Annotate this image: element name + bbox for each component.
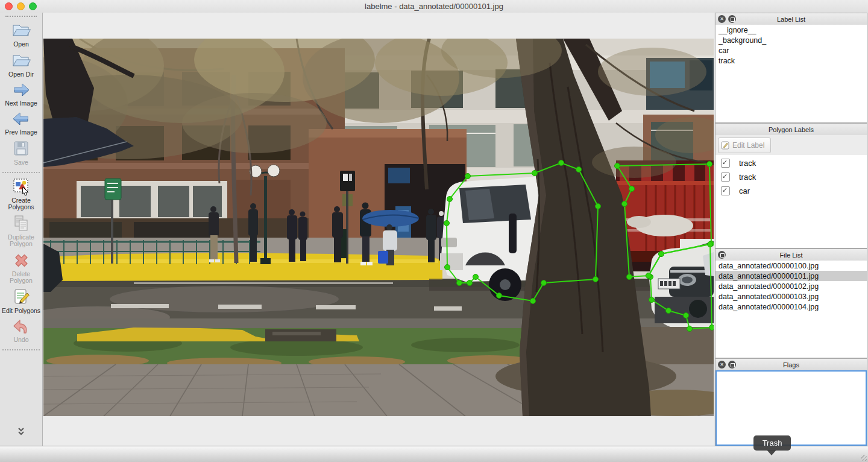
- edit-polygons-button[interactable]: Edit Polygons: [0, 287, 42, 314]
- annotation-vertex[interactable]: [709, 325, 714, 331]
- prev-image-button[interactable]: Prev Image: [0, 110, 42, 136]
- file-list: data_annotated/00000100.jpg data_annotat…: [715, 261, 867, 358]
- label-list-header: Label List: [715, 13, 867, 25]
- annotation-vertex[interactable]: [615, 163, 620, 169]
- label-list-title: Label List: [715, 16, 867, 23]
- status-bar: [0, 446, 868, 462]
- annotation-vertex[interactable]: [447, 197, 453, 202]
- annotation-vertex[interactable]: [576, 167, 582, 172]
- street-photo-scene: 21: [43, 39, 714, 416]
- annotation-vertex[interactable]: [707, 162, 712, 167]
- annotation-vertex[interactable]: [530, 299, 536, 304]
- checkbox-icon[interactable]: [721, 186, 730, 195]
- duplicate-polygon-button[interactable]: Duplicate Polygon: [0, 214, 42, 247]
- annotated-image[interactable]: 21: [43, 39, 714, 416]
- annotation-vertex[interactable]: [627, 274, 632, 280]
- file-list-item-selected[interactable]: data_annotated/00000101.jpg: [715, 271, 867, 281]
- resize-grip-icon[interactable]: [861, 455, 867, 461]
- file-list-panel: File List data_annotated/00000100.jpg da…: [715, 248, 867, 358]
- toolbar-separator: [2, 349, 40, 350]
- annotation-vertex[interactable]: [445, 265, 450, 270]
- dock-tooltip: Trash: [753, 435, 791, 451]
- annotation-vertex[interactable]: [708, 242, 713, 247]
- annotation-vertex[interactable]: [444, 221, 450, 226]
- undo-button[interactable]: Undo: [0, 317, 42, 343]
- file-list-item[interactable]: data_annotated/00000104.jpg: [715, 302, 867, 312]
- annotation-vertex[interactable]: [666, 308, 671, 314]
- save-label: Save: [1, 159, 41, 166]
- dock-panels: Label List __ignore__ _background_ car t…: [714, 13, 868, 446]
- window-titlebar: labelme - data_annotated/00000101.jpg: [0, 0, 868, 13]
- toolbar-overflow-button[interactable]: [16, 427, 27, 439]
- float-panel-icon[interactable]: [728, 15, 736, 23]
- next-image-arrow-icon: [11, 81, 31, 99]
- delete-polygon-button[interactable]: Delete Polygon: [0, 250, 42, 284]
- annotation-vertex[interactable]: [465, 174, 471, 179]
- annotation-vertex[interactable]: [532, 171, 538, 176]
- edit-polygons-label: Edit Polygons: [1, 308, 41, 314]
- save-button[interactable]: Save: [0, 139, 42, 166]
- open-label: Open: [1, 41, 41, 48]
- annotation-vertex[interactable]: [593, 277, 599, 282]
- labelme-window: labelme - data_annotated/00000101.jpg Op…: [0, 0, 868, 462]
- toolbar-separator: [2, 172, 40, 173]
- label-list-item[interactable]: __ignore__: [715, 25, 867, 35]
- create-polygons-icon: [11, 177, 31, 196]
- annotation-vertex[interactable]: [596, 204, 601, 209]
- annotation-vertex[interactable]: [646, 273, 652, 279]
- annotation-vertex[interactable]: [559, 160, 564, 166]
- checkbox-icon[interactable]: [721, 159, 730, 168]
- toolbar-drag-handle[interactable]: [5, 16, 37, 17]
- create-polygons-button[interactable]: Create Polygons: [0, 177, 42, 210]
- annotation-vertex[interactable]: [473, 274, 479, 280]
- open-dir-button[interactable]: Open Dir: [0, 51, 42, 78]
- delete-polygon-icon: [11, 250, 31, 270]
- annotation-vertex[interactable]: [659, 252, 664, 257]
- open-folder-icon: [11, 21, 31, 40]
- annotation-vertex[interactable]: [687, 326, 693, 332]
- polygon-label-row[interactable]: car: [715, 185, 867, 197]
- annotation-vertex[interactable]: [622, 201, 627, 207]
- polygon-label-row[interactable]: track: [715, 171, 867, 183]
- flags-panel: Flags: [715, 358, 867, 446]
- float-panel-icon[interactable]: [718, 251, 726, 259]
- label-list-item[interactable]: _background_: [715, 35, 867, 45]
- open-button[interactable]: Open: [0, 21, 42, 48]
- polygon-labels-header: Polygon Labels: [715, 124, 867, 136]
- undo-arrow-icon: [11, 317, 31, 335]
- next-image-button[interactable]: Next Image: [0, 81, 42, 107]
- label-list-item[interactable]: track: [715, 55, 867, 66]
- file-list-item[interactable]: data_annotated/00000100.jpg: [715, 261, 867, 271]
- label-list-item[interactable]: car: [715, 45, 867, 55]
- polygon-labels-panel: Polygon Labels Edit Label track: [715, 123, 867, 248]
- file-list-item[interactable]: data_annotated/00000103.jpg: [715, 291, 867, 302]
- label-list: __ignore__ _background_ car track: [715, 25, 867, 122]
- annotation-vertex[interactable]: [649, 297, 655, 303]
- checkbox-icon[interactable]: [721, 172, 730, 182]
- annotation-vertex[interactable]: [629, 186, 635, 192]
- delete-polygon-label: Delete Polygon: [1, 271, 41, 284]
- annotation-vertex[interactable]: [467, 280, 473, 286]
- open-dir-label: Open Dir: [1, 71, 41, 78]
- file-list-header: File List: [715, 249, 867, 261]
- label-list-panel: Label List __ignore__ _background_ car t…: [715, 13, 867, 123]
- flags-list[interactable]: [715, 370, 867, 446]
- annotation-vertex[interactable]: [684, 313, 689, 318]
- file-list-title: File List: [715, 252, 867, 259]
- close-icon[interactable]: [718, 15, 726, 23]
- undo-label: Undo: [1, 337, 41, 343]
- annotation-vertex[interactable]: [497, 293, 502, 299]
- edit-label-button[interactable]: Edit Label: [718, 138, 771, 153]
- window-title: labelme - data_annotated/00000101.jpg: [0, 2, 868, 11]
- float-panel-icon[interactable]: [728, 361, 736, 369]
- close-icon[interactable]: [718, 361, 726, 369]
- polygon-label-row[interactable]: track: [715, 157, 867, 169]
- polygon-label-text: car: [739, 186, 750, 195]
- prev-image-label: Prev Image: [1, 129, 41, 136]
- file-list-item[interactable]: data_annotated/00000102.jpg: [715, 281, 867, 291]
- image-canvas[interactable]: 21: [43, 13, 714, 446]
- annotation-vertex[interactable]: [541, 280, 547, 286]
- toolbar: Open Open Dir Next Image Prev I: [0, 13, 43, 446]
- annotation-vertex[interactable]: [457, 280, 462, 286]
- polygon-labels-toolbar: Edit Label: [715, 135, 867, 156]
